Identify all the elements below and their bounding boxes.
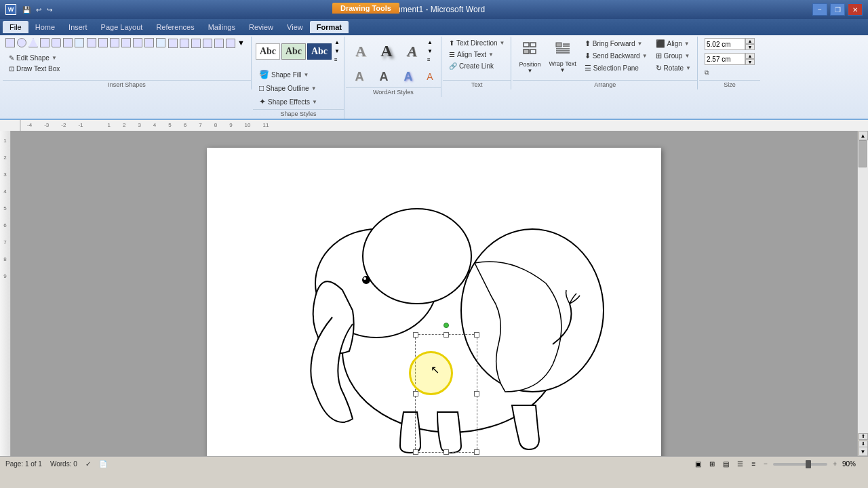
send-backward-icon: ⬇ — [585, 52, 591, 60]
height-decrease[interactable]: ▼ — [745, 59, 755, 65]
height-increase[interactable]: ▲ — [745, 53, 755, 59]
position-button[interactable]: Position ▼ — [515, 38, 544, 76]
size-expand[interactable]: ⧉ — [705, 69, 709, 77]
width-input[interactable] — [705, 38, 745, 50]
zoom-slider[interactable] — [773, 463, 827, 466]
view-web-button[interactable]: ⊞ — [707, 460, 717, 468]
width-decrease[interactable]: ▼ — [745, 44, 755, 50]
shapes-expand[interactable]: ▼ — [237, 39, 247, 48]
shape-rect[interactable] — [5, 38, 15, 47]
style-expand-all[interactable]: ≡ — [333, 56, 341, 64]
shape-style-1[interactable]: Abc — [256, 43, 280, 60]
save-button[interactable]: 💾 — [20, 5, 33, 14]
shape2-4[interactable] — [121, 38, 131, 47]
view-print-button[interactable]: ▤ — [720, 460, 732, 468]
zoom-decrease-button[interactable]: − — [764, 460, 768, 468]
zoom-thumb[interactable] — [806, 460, 811, 468]
bring-forward-button[interactable]: ⬆ Bring Forward ▼ — [581, 38, 651, 49]
create-link-button[interactable]: 🔗 Create Link — [446, 61, 497, 71]
shape-rounded[interactable] — [52, 38, 61, 47]
wordart-style-1[interactable]: A — [349, 41, 373, 62]
shape3-1[interactable] — [168, 39, 178, 48]
shape3-5[interactable] — [214, 39, 224, 48]
shape-diamond[interactable] — [63, 38, 73, 47]
text-box-icon: ⊡ — [9, 65, 14, 73]
wrap-text-button[interactable]: Wrap Text ▼ — [545, 38, 579, 76]
zoom-increase-button[interactable]: + — [833, 460, 837, 468]
wordart-expand-up[interactable]: ▲ — [426, 38, 434, 47]
view-normal-button[interactable]: ▣ — [692, 460, 704, 468]
shape-ellipse[interactable] — [17, 38, 26, 47]
shape3-3[interactable] — [191, 39, 201, 48]
rotate-button[interactable]: ↻ Rotate ▼ — [652, 62, 694, 74]
menu-view[interactable]: View — [280, 21, 310, 33]
text-fill-button[interactable]: A — [349, 67, 370, 86]
restore-button[interactable]: ❐ — [830, 3, 845, 16]
shape2-7[interactable] — [156, 38, 165, 47]
arrange-group-label: Arrange — [513, 80, 697, 88]
menu-insert[interactable]: Insert — [62, 21, 94, 33]
menu-mailings[interactable]: Mailings — [201, 21, 242, 33]
selection-pane-button[interactable]: ☰ Selection Pane — [581, 62, 651, 74]
edit-shape-button[interactable]: ✎ Edit Shape ▼ — [5, 53, 63, 63]
undo-button[interactable]: ↩ — [34, 5, 43, 14]
menu-references[interactable]: References — [149, 21, 201, 33]
width-spinner-row: ▲ ▼ — [705, 38, 755, 50]
minimize-button[interactable]: − — [812, 3, 827, 16]
shape2-3[interactable] — [110, 38, 119, 47]
shape-style-3[interactable]: Abc — [307, 43, 332, 60]
shape-style-2[interactable]: Abc — [281, 43, 306, 60]
wordart-style-3[interactable]: A — [400, 41, 425, 62]
send-backward-button[interactable]: ⬇ Send Backward ▼ — [581, 50, 651, 62]
document-page: ↖ — [207, 148, 661, 456]
shape-triangle[interactable] — [28, 38, 38, 47]
shape3-6[interactable] — [226, 39, 235, 48]
shape3-2[interactable] — [180, 39, 189, 48]
view-outline-button[interactable]: ☰ — [734, 460, 746, 468]
wordart-expand-down[interactable]: ▼ — [426, 47, 434, 56]
window-controls: − ❐ ✕ — [812, 3, 863, 16]
text-color-button[interactable]: A — [422, 67, 438, 86]
align-text-icon: ☰ — [449, 51, 455, 58]
menu-format[interactable]: Format — [310, 21, 349, 33]
style-expand-up[interactable]: ▲ — [333, 38, 341, 47]
menu-page-layout[interactable]: Page Layout — [94, 21, 150, 33]
scroll-up-button[interactable]: ▲ — [859, 131, 868, 140]
menu-home[interactable]: Home — [28, 21, 62, 33]
shape2-2[interactable] — [98, 38, 108, 47]
shape2-6[interactable] — [144, 38, 154, 47]
text-effects-button[interactable]: A — [397, 67, 419, 86]
height-input[interactable] — [705, 53, 745, 65]
shape-rect2[interactable] — [40, 38, 50, 47]
shape-effects-button[interactable]: ✦ Shape Effects ▼ — [256, 96, 321, 108]
shape3-4[interactable] — [203, 39, 212, 48]
vertical-ruler: 123456789 — [0, 131, 11, 456]
scroll-expand-up[interactable]: ⬆ — [859, 433, 868, 440]
wordart-expand-all[interactable]: ≡ — [426, 56, 434, 64]
draw-text-box-button[interactable]: ⊡ Draw Text Box — [5, 64, 63, 74]
scroll-down-button[interactable]: ▼ — [859, 447, 868, 456]
align-text-button[interactable]: ☰ Align Text ▼ — [446, 49, 497, 60]
shape2-5[interactable] — [133, 38, 142, 47]
menu-review[interactable]: Review — [242, 21, 280, 33]
redo-button[interactable]: ↪ — [45, 5, 54, 14]
group-button[interactable]: ⊞ Group ▼ — [652, 50, 694, 62]
drawing-tools-tab[interactable]: Drawing Tools — [332, 3, 399, 14]
shape-fill-button[interactable]: 🪣 Shape Fill ▼ — [256, 68, 321, 81]
shape2-1[interactable] — [87, 38, 96, 47]
shape-extra[interactable] — [75, 38, 84, 47]
spell-check-icon[interactable]: ✓ — [85, 460, 91, 468]
close-button[interactable]: ✕ — [848, 3, 863, 16]
menu-file[interactable]: File — [3, 21, 28, 33]
align-button[interactable]: ⬛ Align ▼ — [652, 38, 694, 49]
width-increase[interactable]: ▲ — [745, 38, 755, 44]
scroll-thumb[interactable] — [859, 140, 867, 167]
shape-outline-button[interactable]: □ Shape Outline ▼ — [256, 82, 321, 94]
style-expand-down[interactable]: ▼ — [333, 47, 341, 56]
scroll-track[interactable] — [858, 140, 868, 433]
text-outline-button[interactable]: A — [373, 67, 395, 86]
wordart-style-2[interactable]: A — [374, 41, 399, 62]
view-icon[interactable]: 📄 — [99, 460, 107, 468]
text-direction-button[interactable]: ⬆ Text Direction ▼ — [446, 38, 509, 48]
view-draft-button[interactable]: ≡ — [749, 460, 758, 468]
